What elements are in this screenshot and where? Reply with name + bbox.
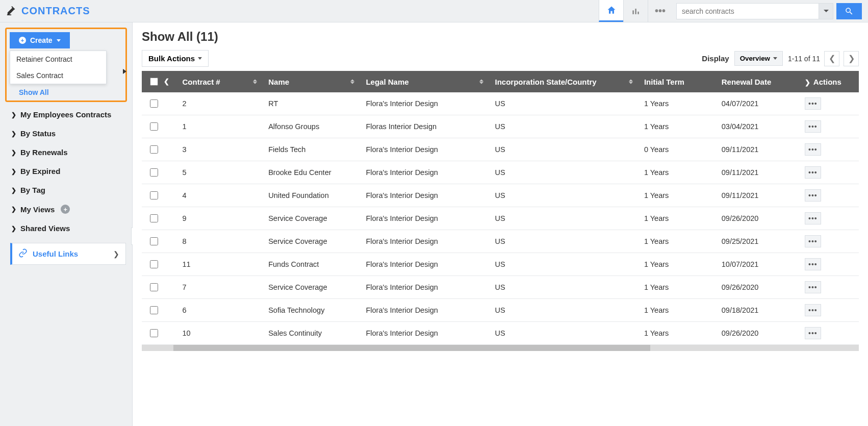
row-actions-button[interactable]: ••• xyxy=(805,189,821,202)
row-checkbox[interactable] xyxy=(150,191,158,199)
row-actions-button[interactable]: ••• xyxy=(805,166,821,179)
table-row: 8Service CoverageFlora's Interior Design… xyxy=(142,230,859,253)
row-checkbox[interactable] xyxy=(150,329,158,337)
row-actions-button[interactable]: ••• xyxy=(805,212,821,224)
cell-legal-name: Floras Interior Design xyxy=(360,115,489,138)
row-checkbox[interactable] xyxy=(150,122,158,131)
cell-name: Fields Tech xyxy=(262,138,360,161)
row-checkbox[interactable] xyxy=(150,145,158,154)
row-actions-button[interactable]: ••• xyxy=(805,143,821,156)
row-actions-button[interactable]: ••• xyxy=(805,120,821,133)
submenu-caret-icon xyxy=(123,69,126,74)
pager-next-button[interactable]: ❯ xyxy=(844,51,859,66)
row-checkbox[interactable] xyxy=(150,214,158,222)
chevron-right-icon: ❯ xyxy=(11,111,16,118)
col-actions[interactable]: ❯Actions xyxy=(799,71,859,92)
cell-contract-no: 7 xyxy=(176,276,262,299)
row-checkbox[interactable] xyxy=(150,283,158,291)
show-all-link[interactable]: Show All xyxy=(19,88,122,96)
cell-legal-name: Flora's Interior Design xyxy=(360,138,489,161)
cell-incorp: US xyxy=(489,184,637,207)
scrollbar-thumb[interactable] xyxy=(173,345,650,351)
col-contract-no[interactable]: Contract # xyxy=(176,71,262,92)
table-row: 1Alfonso GroupsFloras Interior DesignUS1… xyxy=(142,115,859,138)
chevron-left-icon[interactable]: ❮ xyxy=(164,78,169,85)
sidebar-item-1[interactable]: ❯By Status xyxy=(0,124,132,143)
cell-actions: ••• xyxy=(799,161,859,184)
more-icon[interactable]: ••• xyxy=(648,0,672,22)
search-button[interactable] xyxy=(836,3,862,19)
cell-contract-no: 11 xyxy=(176,253,262,276)
gavel-icon xyxy=(6,5,17,17)
cell-name: Service Coverage xyxy=(262,230,360,253)
display-overview-button[interactable]: Overview xyxy=(734,51,783,66)
row-checkbox[interactable] xyxy=(150,306,158,314)
sidebar-item-4[interactable]: ❯By Tag xyxy=(0,181,132,199)
sidebar-item-5[interactable]: ❯My Views+ xyxy=(0,199,132,219)
cell-select xyxy=(142,322,176,345)
cell-incorp: US xyxy=(489,207,637,230)
horizontal-scrollbar[interactable] xyxy=(142,345,859,351)
cell-contract-no: 9 xyxy=(176,207,262,230)
cell-select xyxy=(142,184,176,207)
cell-renewal-date: 09/18/2021 xyxy=(716,299,799,322)
create-menu-sales[interactable]: Sales Contract xyxy=(10,67,106,84)
select-all-checkbox[interactable] xyxy=(150,78,158,86)
sidebar-item-3[interactable]: ❯By Expired xyxy=(0,162,132,181)
cell-contract-no: 10 xyxy=(176,322,262,345)
col-initial-term: Initial Term xyxy=(638,71,716,92)
cell-renewal-date: 09/25/2021 xyxy=(716,230,799,253)
row-actions-button[interactable]: ••• xyxy=(805,281,821,293)
cell-select xyxy=(142,92,176,115)
row-actions-button[interactable]: ••• xyxy=(805,258,821,270)
row-actions-button[interactable]: ••• xyxy=(805,97,821,110)
cell-contract-no: 5 xyxy=(176,161,262,184)
cell-incorp: US xyxy=(489,138,637,161)
row-checkbox[interactable] xyxy=(150,260,158,268)
cell-initial-term: 1 Years xyxy=(638,299,716,322)
cell-initial-term: 0 Years xyxy=(638,138,716,161)
caret-down-icon xyxy=(773,57,777,60)
row-actions-button[interactable]: ••• xyxy=(805,304,821,316)
sidebar-item-0[interactable]: ❯My Employees Contracts xyxy=(0,105,132,124)
chevron-right-icon: ❯ xyxy=(11,130,16,137)
cell-select xyxy=(142,207,176,230)
row-actions-button[interactable]: ••• xyxy=(805,235,821,247)
col-name[interactable]: Name xyxy=(262,71,360,92)
cell-contract-no: 3 xyxy=(176,138,262,161)
bar-chart-icon[interactable] xyxy=(623,0,648,22)
brand: CONTRACTS xyxy=(6,5,90,17)
col-incorp[interactable]: Incorporation State/Country xyxy=(489,71,637,92)
chevron-right-icon: ❯ xyxy=(11,225,16,232)
search-input[interactable] xyxy=(676,3,819,19)
pager-text: 1-11 of 11 xyxy=(788,55,820,63)
cell-actions: ••• xyxy=(799,276,859,299)
useful-links[interactable]: Useful Links ❯ xyxy=(10,243,126,265)
bulk-actions-button[interactable]: Bulk Actions xyxy=(142,50,209,67)
create-label: Create xyxy=(30,36,53,44)
cell-name: Service Coverage xyxy=(262,207,360,230)
sidebar-item-2[interactable]: ❯By Renewals xyxy=(0,143,132,162)
cell-incorp: US xyxy=(489,299,637,322)
add-view-icon[interactable]: + xyxy=(61,205,70,214)
table-row: 9Service CoverageFlora's Interior Design… xyxy=(142,207,859,230)
bulk-actions-label: Bulk Actions xyxy=(148,54,195,63)
cell-name: Sofia Technology xyxy=(262,299,360,322)
row-checkbox[interactable] xyxy=(150,99,158,108)
home-icon[interactable] xyxy=(599,0,623,22)
cell-initial-term: 1 Years xyxy=(638,92,716,115)
row-checkbox[interactable] xyxy=(150,168,158,177)
col-renewal-date: Renewal Date xyxy=(716,71,799,92)
create-menu-retainer[interactable]: Retainer Contract xyxy=(10,51,106,67)
col-select: ❮ xyxy=(142,71,176,92)
row-checkbox[interactable] xyxy=(150,237,158,245)
table-row: 5Brooke Edu CenterFlora's Interior Desig… xyxy=(142,161,859,184)
cell-select xyxy=(142,138,176,161)
sidebar-item-6[interactable]: ❯Shared Views xyxy=(0,219,132,238)
row-actions-button[interactable]: ••• xyxy=(805,327,821,339)
cell-initial-term: 1 Years xyxy=(638,184,716,207)
search-dropdown[interactable] xyxy=(819,3,833,19)
col-legal-name[interactable]: Legal Name xyxy=(360,71,489,92)
pager-prev-button[interactable]: ❮ xyxy=(824,51,839,66)
create-button[interactable]: + Create xyxy=(10,32,70,48)
